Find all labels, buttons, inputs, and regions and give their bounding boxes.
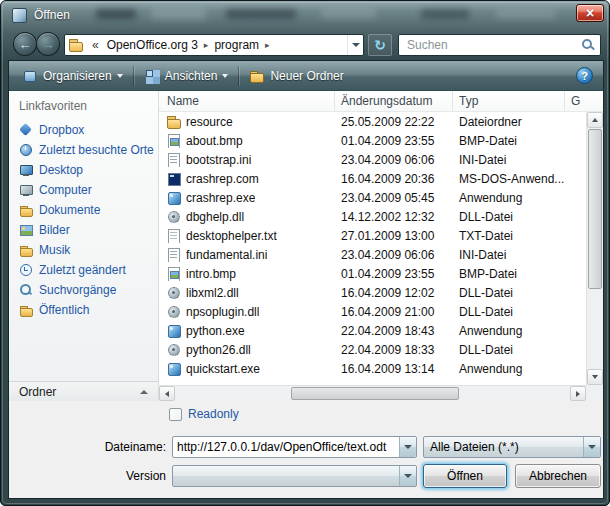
sidebar-item-recent-places[interactable]: Zuletzt besuchte Orte [9,140,158,160]
file-icon [167,134,181,148]
close-button[interactable] [576,4,604,22]
table-row[interactable]: about.bmp01.04.2009 23:55BMP-Datei [159,131,586,150]
table-row[interactable]: npsoplugin.dll16.04.2009 21:00DLL-Datei [159,302,586,321]
file-name: npsoplugin.dll [186,305,259,319]
column-header-name[interactable]: Name [159,91,335,111]
table-row[interactable]: bootstrap.ini23.04.2009 06:06INI-Datei [159,150,586,169]
forward-button[interactable] [36,32,60,56]
table-row[interactable]: dbghelp.dll14.12.2002 12:32DLL-Datei [159,207,586,226]
file-icon [167,343,181,357]
column-header-type[interactable]: Typ [453,91,565,111]
file-date: 23.04.2009 05:45 [335,191,453,205]
table-row[interactable]: quickstart.exe16.04.2009 13:14Anwendung [159,359,586,378]
file-icon [167,267,181,281]
table-row[interactable]: resource25.05.2009 22:22Dateiordner [159,112,586,131]
file-type: DLL-Datei [453,343,565,357]
file-list-area: Name Änderungsdatum Typ G resource25.05.… [159,91,603,401]
organize-button[interactable]: Organisieren [15,65,130,87]
breadcrumb-item-program[interactable]: program [210,38,263,52]
sidebar-item-dropbox[interactable]: Dropbox [9,120,158,140]
folders-toggle[interactable]: Ordner [9,381,158,401]
search-box[interactable] [398,34,601,56]
scroll-right-button[interactable] [570,386,586,401]
file-name: about.bmp [186,134,243,148]
file-icon [167,324,181,338]
sidebar-item-searches[interactable]: Suchvorgänge [9,280,158,300]
sidebar-item-recently-changed[interactable]: Zuletzt geändert [9,260,158,280]
file-list: resource25.05.2009 22:22Dateiordner abou… [159,112,586,385]
column-header-date[interactable]: Änderungsdatum [335,91,453,111]
content-area: Linkfavoriten Dropbox Zuletzt besuchte O… [9,91,603,401]
file-name: crashrep.exe [186,191,255,205]
filename-input[interactable] [173,440,399,454]
file-type: MS-DOS-Anwend... [453,172,565,186]
breadcrumb-collapse[interactable]: « [88,38,103,52]
chevron-down-icon [588,445,596,449]
sidebar-item-label: Suchvorgänge [39,283,116,297]
readonly-checkbox[interactable] [169,408,182,421]
file-date: 16.04.2009 12:02 [335,286,453,300]
file-icon [167,191,181,205]
address-dropdown-button[interactable] [347,35,363,55]
table-row[interactable]: intro.bmp01.04.2009 23:55BMP-Datei [159,264,586,283]
address-bar[interactable]: « OpenOffice.org 3 ▸ program ▸ [64,34,364,56]
scroll-left-button[interactable] [159,386,175,401]
version-select[interactable] [172,465,417,487]
filename-combobox[interactable] [172,436,417,458]
file-date: 23.04.2009 06:06 [335,248,453,262]
filename-dropdown-button[interactable] [399,437,416,457]
sidebar-item-documents[interactable]: Dokumente [9,200,158,220]
sidebar-item-music[interactable]: Musik [9,240,158,260]
window-titlebar[interactable]: Öffnen [1,1,609,31]
file-name: libxml2.dll [186,286,239,300]
table-row[interactable]: libxml2.dll16.04.2009 12:02DLL-Datei [159,283,586,302]
version-dropdown-button[interactable] [399,466,416,486]
scroll-up-button[interactable] [587,112,603,128]
table-row[interactable]: python26.dll22.04.2009 18:33DLL-Datei [159,340,586,359]
app-icon [12,8,27,23]
readonly-label[interactable]: Readonly [188,407,239,421]
v-scroll-thumb[interactable] [588,129,602,289]
window-title: Öffnen [34,8,70,22]
table-row[interactable]: fundamental.ini23.04.2009 06:06INI-Datei [159,245,586,264]
file-type: DLL-Datei [453,210,565,224]
table-row[interactable]: crashrep.com16.04.2009 20:36MS-DOS-Anwen… [159,169,586,188]
chevron-down-icon [404,445,412,449]
search-icon[interactable] [581,38,595,52]
file-type: Dateiordner [453,115,565,129]
refresh-button[interactable] [368,34,392,56]
sidebar-item-label: Zuletzt geändert [39,263,126,277]
crumb-separator-icon[interactable]: ▸ [202,40,211,50]
back-button[interactable] [13,32,37,56]
file-name: python.exe [186,324,245,338]
search-input[interactable] [405,37,581,53]
crumb-separator-icon[interactable]: ▸ [263,40,272,50]
help-button[interactable] [576,67,593,84]
sidebar-item-computer[interactable]: Computer [9,180,158,200]
file-type: INI-Datei [453,248,565,262]
h-scrollbar[interactable] [159,385,586,401]
table-row[interactable]: crashrep.exe23.04.2009 05:45Anwendung [159,188,586,207]
breadcrumb-item-openoffice[interactable]: OpenOffice.org 3 [103,38,202,52]
cancel-button[interactable]: Abbrechen [515,464,601,488]
scroll-down-button[interactable] [587,369,603,385]
sidebar-item-pictures[interactable]: Bilder [9,220,158,240]
views-button[interactable]: Ansichten [137,65,236,87]
filetype-dropdown-button[interactable] [583,437,600,457]
v-scrollbar[interactable] [586,112,603,385]
filetype-select[interactable]: Alle Dateien (*.*) [423,436,601,458]
table-row[interactable]: python.exe22.04.2009 18:43Anwendung [159,321,586,340]
new-folder-button[interactable]: Neuer Ordner [242,65,350,87]
searches-icon [19,283,33,297]
file-icon [167,172,181,186]
views-icon [144,69,160,83]
open-button[interactable]: Öffnen [423,464,507,488]
views-label: Ansichten [165,69,218,83]
h-scroll-thumb[interactable] [291,387,459,400]
table-row[interactable]: desktophelper.txt27.01.2009 13:00TXT-Dat… [159,226,586,245]
sidebar: Linkfavoriten Dropbox Zuletzt besuchte O… [9,91,159,401]
sidebar-item-public[interactable]: Öffentlich [9,300,158,320]
sidebar-item-desktop[interactable]: Desktop [9,160,158,180]
sidebar-item-label: Zuletzt besuchte Orte [39,143,154,157]
column-header-size[interactable]: G [565,91,603,111]
